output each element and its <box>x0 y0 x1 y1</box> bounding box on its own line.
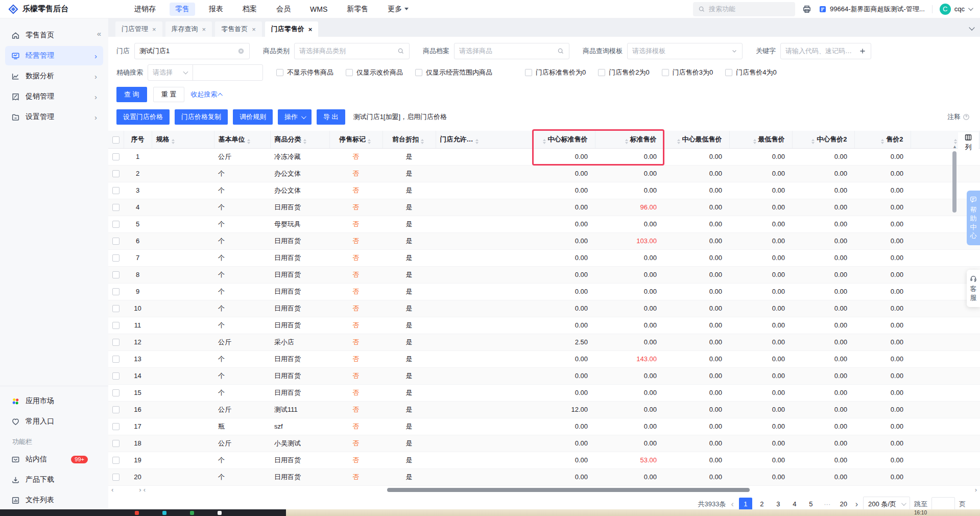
taskbar-app-icon[interactable] <box>218 511 222 515</box>
page-number-1[interactable]: 1 <box>739 498 752 511</box>
sort-icon[interactable] <box>172 139 175 144</box>
prev-page-icon[interactable]: ‹ <box>730 500 734 509</box>
nav-item-WMS[interactable]: WMS <box>304 3 333 15</box>
column-header-中心标准售价[interactable]: 中心标准售价 <box>533 131 595 148</box>
reset-button[interactable]: 重 置 <box>153 87 185 102</box>
column-header-停售标记[interactable]: 停售标记 <box>329 131 383 148</box>
nav-item-进销存[interactable]: 进销存 <box>129 3 161 16</box>
toolbar-button-设置门店价格[interactable]: 设置门店价格 <box>116 109 170 125</box>
column-header-前台折扣[interactable]: 前台折扣 <box>383 131 436 148</box>
scroll-left-icon[interactable]: ‹ <box>111 486 113 493</box>
sort-icon[interactable] <box>954 139 957 144</box>
collapse-sidebar-icon[interactable]: « <box>97 30 101 37</box>
checkbox-box[interactable] <box>112 170 119 177</box>
sidebar-item-4[interactable]: 设置管理› <box>5 107 103 127</box>
sort-icon[interactable] <box>881 139 884 144</box>
column-header-基本单位[interactable]: 基本单位 <box>214 131 270 148</box>
help-center-button[interactable]: 帮助中心 <box>967 191 980 245</box>
scroll-left-icon[interactable]: ‹ <box>144 486 146 493</box>
checkbox-仅显示改价商品[interactable]: 仅显示改价商品 <box>346 68 403 77</box>
checkbox-box[interactable] <box>112 474 119 481</box>
close-icon[interactable]: × <box>152 26 156 33</box>
printer-icon[interactable] <box>802 5 811 14</box>
toolbar-button-调价规则[interactable]: 调价规则 <box>233 109 273 125</box>
vertical-scrollbar[interactable] <box>952 151 957 488</box>
toolbar-button-操作[interactable]: 操作 <box>278 109 312 125</box>
sidebar-item-1[interactable]: 经营管理› <box>5 46 103 65</box>
tab-库存查询[interactable]: 库存查询× <box>165 21 212 37</box>
checkbox-box[interactable] <box>112 406 119 413</box>
scroll-up-icon[interactable]: ▲ <box>952 144 957 149</box>
taskbar-app-icon[interactable] <box>190 511 194 515</box>
sidebar-item-1[interactable]: 产品下载 <box>5 470 103 489</box>
nav-item-报表[interactable]: 报表 <box>203 3 229 16</box>
select-all-checkbox[interactable] <box>108 131 124 148</box>
checkbox-门店标准售价为0[interactable]: 门店标准售价为0 <box>525 68 586 77</box>
sidebar-item-0[interactable]: 站内信99+ <box>5 450 103 469</box>
checkbox-box[interactable] <box>112 221 119 228</box>
scrollbar-thumb[interactable] <box>387 488 750 492</box>
checkbox-box[interactable] <box>112 356 119 363</box>
checkbox-门店售价2为0[interactable]: 门店售价2为0 <box>598 68 649 77</box>
filter-input-0[interactable]: 测试门店1 <box>134 43 250 59</box>
note-link[interactable]: 注释 <box>947 112 970 122</box>
sort-icon[interactable] <box>677 139 680 144</box>
checkbox-box[interactable] <box>112 288 119 295</box>
sidebar-item-1[interactable]: 常用入口 <box>5 412 103 431</box>
sort-icon[interactable] <box>811 139 815 144</box>
global-search-input[interactable]: 搜索功能 <box>693 2 795 16</box>
sort-icon[interactable] <box>625 139 628 144</box>
column-settings-button[interactable]: 列 <box>958 132 978 153</box>
scroll-track[interactable] <box>148 488 973 492</box>
filter-input-2[interactable]: 请选择商品 <box>454 43 569 59</box>
close-icon[interactable]: × <box>202 26 206 33</box>
taskbar-app-icon[interactable] <box>162 511 166 515</box>
sort-icon[interactable] <box>543 139 546 144</box>
tabs-overflow-chevron-icon[interactable] <box>969 25 974 30</box>
checkbox-box[interactable] <box>112 136 119 144</box>
tab-门店零售价[interactable]: 门店零售价× <box>265 21 319 37</box>
checkbox-box[interactable] <box>112 389 119 396</box>
checkbox-box[interactable] <box>112 423 119 430</box>
checkbox-门店售价3为0[interactable]: 门店售价3为0 <box>662 68 713 77</box>
scroll-right-icon[interactable]: › <box>139 486 141 493</box>
query-button[interactable]: 查 询 <box>116 87 147 102</box>
checkbox-仅显示经营范围内商品[interactable]: 仅显示经营范围内商品 <box>415 68 492 77</box>
checkbox-box[interactable] <box>112 204 119 211</box>
checkbox-box[interactable] <box>112 153 119 160</box>
app-logo[interactable]: 乐檬零售后台 <box>8 4 110 14</box>
checkbox-门店售价4为0[interactable]: 门店售价4为0 <box>725 68 776 77</box>
filter-input-4[interactable]: 请输入代码、速记码、条… <box>780 43 871 59</box>
sidebar-item-2[interactable]: 文件列表 <box>5 490 103 510</box>
checkbox-box[interactable] <box>112 271 119 278</box>
checkbox-box[interactable] <box>112 440 119 447</box>
toolbar-button-门店价格复制[interactable]: 门店价格复制 <box>175 109 228 125</box>
checkbox-box[interactable] <box>112 187 119 194</box>
column-header-售价2[interactable]: 售价2 <box>854 131 911 148</box>
scroll-right-icon[interactable]: › <box>975 486 977 493</box>
column-header-标准售价[interactable]: 标准售价 <box>595 131 664 148</box>
page-number-4[interactable]: 4 <box>788 498 801 511</box>
precise-search-control[interactable]: 请选择 <box>148 64 263 81</box>
checkbox-box[interactable] <box>112 322 119 329</box>
checkbox-box[interactable] <box>112 457 119 464</box>
tab-零售首页[interactable]: 零售首页× <box>215 21 262 37</box>
checkbox-box[interactable] <box>112 238 119 245</box>
sort-icon[interactable] <box>368 139 371 144</box>
sort-icon[interactable] <box>753 139 756 144</box>
user-menu[interactable]: C cqc <box>940 4 972 15</box>
taskbar-app-icon[interactable] <box>135 511 139 515</box>
nav-item-新零售[interactable]: 新零售 <box>341 3 374 16</box>
page-number-20[interactable]: 20 <box>837 498 850 511</box>
close-icon[interactable]: × <box>308 26 313 33</box>
toolbar-button-导 出[interactable]: 导 出 <box>317 109 345 125</box>
next-page-icon[interactable]: › <box>854 500 859 509</box>
sidebar-item-3[interactable]: 促销管理› <box>5 87 103 106</box>
column-header-中心最低售价[interactable]: 中心最低售价 <box>664 131 729 148</box>
page-number-2[interactable]: 2 <box>755 498 769 511</box>
page-number-3[interactable]: 3 <box>772 498 785 511</box>
customer-service-button[interactable]: 客服 <box>967 270 980 307</box>
nav-item-零售[interactable]: 零售 <box>170 3 195 16</box>
checkbox-box[interactable] <box>112 305 119 312</box>
filter-input-1[interactable]: 请选择商品类别 <box>294 43 410 59</box>
